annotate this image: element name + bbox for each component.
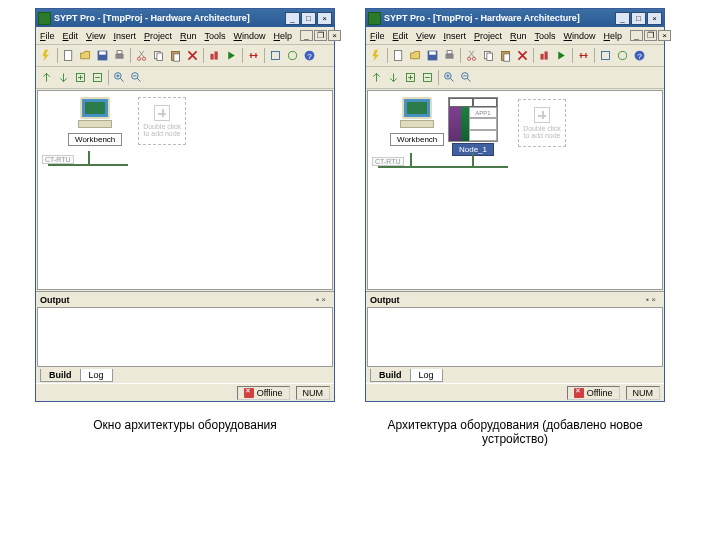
cut-icon[interactable] bbox=[464, 48, 479, 63]
help-icon[interactable]: ? bbox=[302, 48, 317, 63]
minimize-button[interactable]: _ bbox=[285, 12, 300, 25]
bolt-icon[interactable] bbox=[39, 48, 54, 63]
menu-tools[interactable]: Tools bbox=[204, 31, 225, 41]
menu-insert[interactable]: Insert bbox=[443, 31, 466, 41]
menu-run[interactable]: Run bbox=[510, 31, 527, 41]
build-all-icon[interactable] bbox=[537, 48, 552, 63]
menu-run[interactable]: Run bbox=[180, 31, 197, 41]
add-node-placeholder[interactable]: Double click to add node bbox=[138, 97, 186, 145]
new-icon[interactable] bbox=[61, 48, 76, 63]
hardware-canvas[interactable]: Workbench Double click to add node CT-RT… bbox=[37, 90, 333, 290]
plus-icon bbox=[154, 105, 170, 121]
maximize-button[interactable]: □ bbox=[631, 12, 646, 25]
menu-help[interactable]: Help bbox=[604, 31, 623, 41]
help-icon[interactable]: ? bbox=[632, 48, 647, 63]
svg-rect-25 bbox=[447, 51, 452, 54]
expand-icon[interactable] bbox=[73, 70, 88, 85]
zoom-out-icon[interactable] bbox=[459, 70, 474, 85]
device-node[interactable]: APP1 Node_1 bbox=[448, 97, 498, 156]
doc-restore-button[interactable]: ❐ bbox=[314, 30, 327, 41]
copy-icon[interactable] bbox=[151, 48, 166, 63]
status-num: NUM bbox=[626, 386, 661, 400]
menu-insert[interactable]: Insert bbox=[113, 31, 136, 41]
minimize-button[interactable]: _ bbox=[615, 12, 630, 25]
doc-close-button[interactable]: × bbox=[658, 30, 671, 41]
workbench-node[interactable]: Workbench bbox=[68, 97, 122, 146]
collapse-icon[interactable] bbox=[90, 70, 105, 85]
tab-build[interactable]: Build bbox=[40, 369, 81, 382]
expand-icon[interactable] bbox=[403, 70, 418, 85]
titlebar[interactable]: SYPT Pro - [TmpProj - Hardware Architect… bbox=[36, 9, 334, 27]
menu-project[interactable]: Project bbox=[144, 31, 172, 41]
zoom-in-icon[interactable] bbox=[112, 70, 127, 85]
output-pin-icon[interactable]: ▪ × bbox=[316, 295, 326, 304]
paste-icon[interactable] bbox=[168, 48, 183, 63]
node-up-icon[interactable] bbox=[369, 70, 384, 85]
doc-close-button[interactable]: × bbox=[328, 30, 341, 41]
tab-log[interactable]: Log bbox=[410, 369, 443, 382]
node-down-icon[interactable] bbox=[386, 70, 401, 85]
bolt-icon[interactable] bbox=[369, 48, 384, 63]
menu-edit[interactable]: Edit bbox=[393, 31, 409, 41]
menu-file[interactable]: File bbox=[40, 31, 55, 41]
menu-project[interactable]: Project bbox=[474, 31, 502, 41]
menu-window[interactable]: Window bbox=[564, 31, 596, 41]
menu-help[interactable]: Help bbox=[274, 31, 293, 41]
workbench-node[interactable]: Workbench bbox=[390, 97, 444, 146]
delete-icon[interactable] bbox=[515, 48, 530, 63]
node-up-icon[interactable] bbox=[39, 70, 54, 85]
collapse-icon[interactable] bbox=[420, 70, 435, 85]
close-button[interactable]: × bbox=[317, 12, 332, 25]
save-icon[interactable] bbox=[425, 48, 440, 63]
connect-icon[interactable] bbox=[576, 48, 591, 63]
tool-a-icon[interactable] bbox=[268, 48, 283, 63]
output-title: Output bbox=[40, 295, 316, 305]
save-icon[interactable] bbox=[95, 48, 110, 63]
status-num: NUM bbox=[296, 386, 331, 400]
cut-icon[interactable] bbox=[134, 48, 149, 63]
copy-icon[interactable] bbox=[481, 48, 496, 63]
doc-minimize-button[interactable]: _ bbox=[630, 30, 643, 41]
caption-right: Архитектура оборудования (добавлено ново… bbox=[365, 418, 665, 446]
menu-view[interactable]: View bbox=[86, 31, 105, 41]
menu-view[interactable]: View bbox=[416, 31, 435, 41]
output-pin-icon[interactable]: ▪ × bbox=[646, 295, 656, 304]
add-node-placeholder[interactable]: Double click to add node bbox=[518, 99, 566, 147]
print-icon[interactable] bbox=[112, 48, 127, 63]
zoom-out-icon[interactable] bbox=[129, 70, 144, 85]
menu-window[interactable]: Window bbox=[234, 31, 266, 41]
menu-edit[interactable]: Edit bbox=[63, 31, 79, 41]
run-icon[interactable] bbox=[554, 48, 569, 63]
delete-icon[interactable] bbox=[185, 48, 200, 63]
toolbar-1: ? bbox=[36, 45, 334, 67]
menu-file[interactable]: File bbox=[370, 31, 385, 41]
maximize-button[interactable]: □ bbox=[301, 12, 316, 25]
print-icon[interactable] bbox=[442, 48, 457, 63]
open-icon[interactable] bbox=[408, 48, 423, 63]
tab-log[interactable]: Log bbox=[80, 369, 113, 382]
add-node-text: Double click to add node bbox=[521, 125, 563, 139]
doc-minimize-button[interactable]: _ bbox=[300, 30, 313, 41]
menu-tools[interactable]: Tools bbox=[534, 31, 555, 41]
close-button[interactable]: × bbox=[647, 12, 662, 25]
tool-a-icon[interactable] bbox=[598, 48, 613, 63]
build-all-icon[interactable] bbox=[207, 48, 222, 63]
node-down-icon[interactable] bbox=[56, 70, 71, 85]
tool-b-icon[interactable] bbox=[615, 48, 630, 63]
open-icon[interactable] bbox=[78, 48, 93, 63]
tab-build[interactable]: Build bbox=[370, 369, 411, 382]
tool-b-icon[interactable] bbox=[285, 48, 300, 63]
zoom-in-icon[interactable] bbox=[442, 70, 457, 85]
window-left: SYPT Pro - [TmpProj - Hardware Architect… bbox=[35, 8, 335, 402]
svg-point-6 bbox=[142, 57, 145, 60]
add-node-text: Double click to add node bbox=[141, 123, 183, 137]
hardware-canvas[interactable]: Workbench APP1 Node_1 bbox=[367, 90, 663, 290]
run-icon[interactable] bbox=[224, 48, 239, 63]
titlebar[interactable]: SYPT Pro - [TmpProj - Hardware Architect… bbox=[366, 9, 664, 27]
paste-icon[interactable] bbox=[498, 48, 513, 63]
new-icon[interactable] bbox=[391, 48, 406, 63]
connect-icon[interactable] bbox=[246, 48, 261, 63]
svg-rect-3 bbox=[115, 54, 123, 59]
doc-restore-button[interactable]: ❐ bbox=[644, 30, 657, 41]
output-body bbox=[367, 307, 663, 367]
